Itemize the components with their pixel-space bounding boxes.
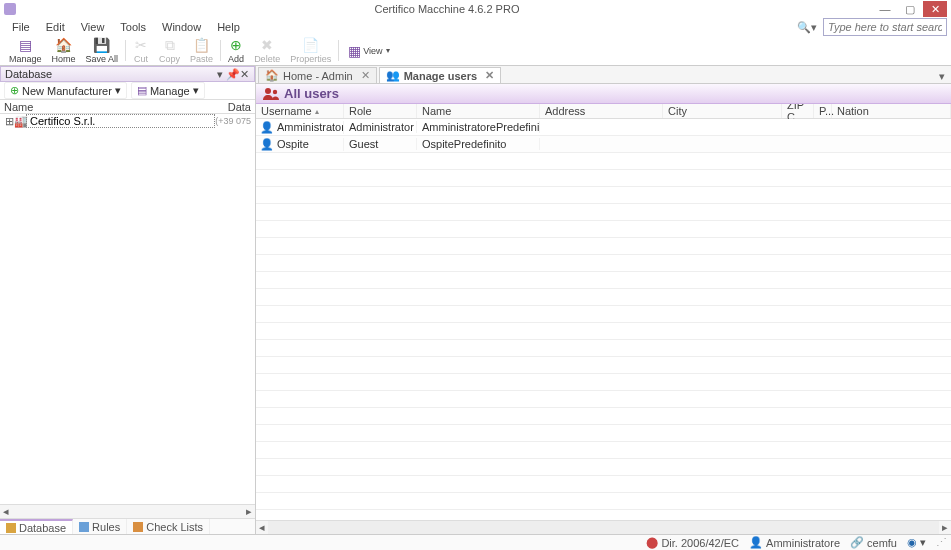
home-button[interactable]: 🏠Home: [47, 36, 81, 65]
tab-icon: [6, 523, 16, 533]
toolbar-label: Cut: [134, 54, 148, 64]
status-directive[interactable]: ⬤Dir. 2006/42/EC: [646, 536, 739, 549]
empty-row: [256, 272, 951, 289]
user-icon: 👤: [260, 138, 274, 151]
copy-icon: ⧉: [162, 37, 178, 53]
tab-label: Database: [19, 522, 66, 534]
menu-view[interactable]: View: [73, 19, 113, 35]
home-icon: 🏠: [265, 69, 279, 82]
properties-button: 📄Properties: [285, 36, 336, 65]
search-input[interactable]: [823, 18, 947, 36]
view-button[interactable]: ▦View▾: [341, 36, 394, 65]
empty-row: [256, 476, 951, 493]
resize-grip[interactable]: ⋰: [936, 536, 947, 549]
col-city[interactable]: City: [663, 104, 782, 118]
tab-label: Manage users: [404, 70, 477, 82]
left-hscroll[interactable]: ◂ ▸: [0, 504, 255, 518]
app-title: Certifico Macchine 4.6.2 PRO: [22, 3, 872, 15]
toolbar-label: Properties: [290, 54, 331, 64]
table-row[interactable]: 👤OspiteGuestOspitePredefinito: [256, 136, 951, 153]
menu-edit[interactable]: Edit: [38, 19, 73, 35]
doc-tab-users[interactable]: 👥Manage users✕: [379, 67, 501, 83]
grid-body: 👤AmministratoreAdministratorAmministrato…: [256, 119, 951, 520]
saveall-button[interactable]: 💾Save All: [81, 36, 124, 65]
add-button[interactable]: ⊕Add: [223, 36, 249, 65]
empty-row: [256, 153, 951, 170]
home-icon: 🏠: [56, 37, 72, 53]
menu-file[interactable]: File: [4, 19, 38, 35]
maximize-button[interactable]: ▢: [898, 1, 922, 17]
table-row[interactable]: 👤AmministratoreAdministratorAmministrato…: [256, 119, 951, 136]
tabs-dropdown[interactable]: ▾: [935, 70, 949, 83]
section-title: All users: [284, 86, 339, 101]
col-address[interactable]: Address: [540, 104, 663, 118]
panel-close-icon[interactable]: ✕: [238, 68, 250, 81]
left-tab-database[interactable]: Database: [0, 519, 73, 534]
menu-tools[interactable]: Tools: [112, 19, 154, 35]
toolbar-label: Add: [228, 54, 244, 64]
empty-row: [256, 323, 951, 340]
col-username[interactable]: Username▴: [256, 104, 344, 118]
menu-window[interactable]: Window: [154, 19, 209, 35]
grid-header: Username▴RoleNameAddressCityZIP C...P...…: [256, 104, 951, 119]
x-icon: ✖: [259, 37, 275, 53]
tree-row[interactable]: ⊞ 🏭 Certifico S.r.l. (+39 075: [0, 114, 255, 128]
col-p[interactable]: P...: [814, 104, 832, 118]
close-tab-icon[interactable]: ✕: [485, 69, 494, 82]
chevron-down-icon: ▾: [115, 84, 121, 97]
col-data[interactable]: Data: [219, 101, 255, 113]
empty-row: [256, 374, 951, 391]
cell-username: Amministratore: [277, 121, 344, 133]
close-button[interactable]: ✕: [923, 1, 947, 17]
panel-subtoolbar: ⊕ New Manufacturer ▾ ▤ Manage ▾: [0, 82, 255, 100]
sort-asc-icon: ▴: [315, 107, 319, 116]
manage-button[interactable]: ▤Manage: [4, 36, 47, 65]
scroll-right-icon[interactable]: ▸: [939, 521, 951, 534]
panel-header: Database ▾ 📌 ✕: [0, 66, 255, 82]
close-tab-icon[interactable]: ✕: [361, 69, 370, 82]
left-tab-checklists[interactable]: Check Lists: [127, 519, 210, 534]
content-area: 🏠Home - Admin✕👥Manage users✕▾ All users …: [256, 66, 951, 534]
menu-help[interactable]: Help: [209, 19, 248, 35]
scroll-left-icon[interactable]: ◂: [256, 521, 268, 534]
cell-username: Ospite: [277, 138, 309, 150]
users-icon: 👥: [386, 69, 400, 82]
cell-role: Guest: [344, 138, 417, 150]
col-name[interactable]: Name: [417, 104, 540, 118]
toolbar: ▤Manage🏠Home💾Save All✂Cut⧉Copy📋Paste⊕Add…: [0, 36, 951, 66]
expand-icon[interactable]: ⊞: [4, 115, 14, 128]
props-icon: 📄: [303, 37, 319, 53]
user-icon: 👤: [260, 121, 274, 134]
col-nation[interactable]: Nation: [832, 104, 951, 118]
minimize-button[interactable]: —: [873, 1, 897, 17]
empty-row: [256, 442, 951, 459]
panel-title: Database: [5, 68, 52, 80]
content-hscroll[interactable]: ◂ ▸: [256, 520, 951, 534]
search-icon[interactable]: 🔍▾: [797, 21, 817, 34]
tab-icon: [79, 522, 89, 532]
toolbar-label: Delete: [254, 54, 280, 64]
empty-row: [256, 221, 951, 238]
left-tab-rules[interactable]: Rules: [73, 519, 127, 534]
paste-button: 📋Paste: [185, 36, 218, 65]
doc-tab-home[interactable]: 🏠Home - Admin✕: [258, 67, 377, 83]
col-zipc[interactable]: ZIP C...: [782, 104, 814, 118]
status-extra[interactable]: ◉▾: [907, 536, 926, 549]
col-role[interactable]: Role: [344, 104, 417, 118]
toolbar-label: Copy: [159, 54, 180, 64]
empty-row: [256, 425, 951, 442]
new-manufacturer-button[interactable]: ⊕ New Manufacturer ▾: [4, 82, 127, 99]
manage-dropdown[interactable]: ▤ Manage ▾: [131, 82, 205, 99]
panel-pin-icon2[interactable]: 📌: [226, 68, 238, 81]
document-tabs: 🏠Home - Admin✕👥Manage users✕▾: [256, 66, 951, 84]
scroll-right-icon[interactable]: ▸: [243, 505, 255, 518]
users-icon: [262, 86, 280, 102]
cell-name: AmministratorePredefinito: [417, 121, 540, 133]
tree-item-data: (+39 075: [215, 116, 251, 126]
status-server[interactable]: 🔗cemfu: [850, 536, 897, 549]
col-name[interactable]: Name: [0, 101, 219, 113]
shield-icon: ⬤: [646, 536, 658, 549]
status-user[interactable]: 👤Amministratore: [749, 536, 840, 549]
panel-pin-icon[interactable]: ▾: [214, 68, 226, 81]
scroll-left-icon[interactable]: ◂: [0, 505, 12, 518]
